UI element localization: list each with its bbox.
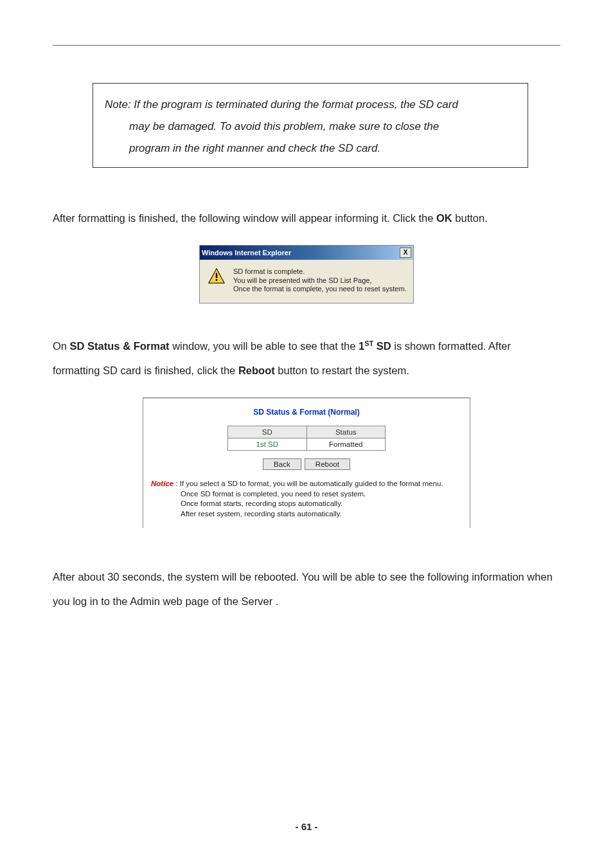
th-status: Status	[306, 426, 386, 439]
sd-panel-title: SD Status & Format (Normal)	[146, 408, 467, 417]
ie-line-3: Once the format is complete, you need to…	[233, 285, 407, 294]
sp-b: window, you will be able to see that the	[170, 340, 359, 352]
top-rule	[53, 45, 560, 46]
notice-line-1: If you select a SD to format, you will b…	[180, 480, 443, 487]
status-paragraph: On SD Status & Format window, you will b…	[53, 334, 560, 383]
close-x: X	[404, 249, 408, 256]
table-header-row: SD Status	[228, 426, 386, 439]
reboot-label: Reboot	[238, 365, 275, 376]
notice-line-3: Once format starts, recording stops auto…	[181, 499, 462, 509]
note-line-3: program in the right manner and check th…	[129, 138, 516, 159]
note-box: Note: If the program is terminated durin…	[93, 83, 528, 168]
reboot-button[interactable]: Reboot	[305, 458, 350, 470]
td-sd: 1st SD	[228, 439, 307, 451]
td-status: Formatted	[306, 439, 386, 451]
after-reboot-paragraph: After about 30 seconds, the system will …	[53, 565, 560, 614]
notice-colon: :	[173, 480, 180, 487]
first-sd-label: 1ST SD	[359, 340, 391, 352]
note-line-1: Note: If the program is terminated durin…	[105, 94, 516, 116]
ie-titlebar: Windows Internet Explorer X	[200, 246, 413, 260]
sd-button-row: Back Reboot	[146, 458, 467, 470]
first-sd: SD	[373, 340, 391, 352]
sp-d: button to restart the system.	[275, 365, 409, 376]
after-format-text-b: button.	[452, 212, 488, 224]
svg-rect-2	[216, 279, 217, 281]
notice-line-4: After reset system, recording starts aut…	[181, 509, 462, 520]
sp-a: On	[53, 340, 70, 352]
back-button[interactable]: Back	[263, 458, 301, 470]
first-st: ST	[364, 339, 373, 347]
first-1: 1	[359, 340, 364, 352]
th-sd: SD	[228, 426, 307, 439]
page-number: - 61 -	[0, 821, 613, 832]
after-format-text-a: After formatting is finished, the follow…	[53, 212, 436, 224]
notice-line-2: Once SD format is completed, you need to…	[181, 489, 462, 500]
ie-line-2: You will be presented with the SD List P…	[233, 276, 407, 285]
ie-body: SD format is complete. You will be prese…	[200, 260, 413, 303]
ie-dialog: Windows Internet Explorer X SD format is…	[199, 245, 414, 303]
note-line-2: may be damaged. To avoid this problem, m…	[129, 116, 516, 138]
sd-status-panel: SD Status & Format (Normal) SD Status 1s…	[143, 397, 470, 528]
sd-status-label: SD Status & Format	[70, 340, 170, 352]
ok-label: OK	[436, 212, 452, 224]
notice-block: Notice : If you select a SD to format, y…	[146, 479, 467, 521]
svg-rect-1	[216, 273, 217, 278]
ie-title-text: Windows Internet Explorer	[202, 249, 291, 257]
sd-table: SD Status 1st SD Formatted	[227, 426, 386, 451]
table-row: 1st SD Formatted	[228, 439, 386, 451]
after-format-paragraph: After formatting is finished, the follow…	[53, 206, 560, 231]
notice-label: Notice	[151, 480, 173, 487]
ie-line-1: SD format is complete.	[233, 267, 407, 276]
warning-icon	[208, 267, 226, 294]
close-icon[interactable]: X	[400, 248, 411, 258]
ie-message: SD format is complete. You will be prese…	[233, 267, 407, 294]
